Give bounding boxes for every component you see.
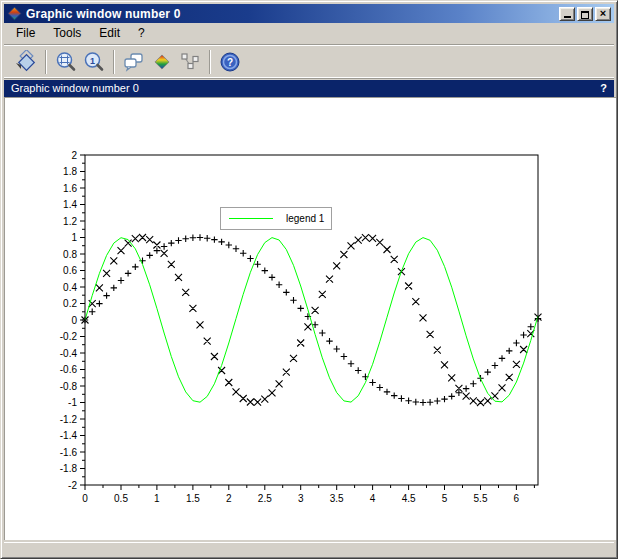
- svg-text:0.8: 0.8: [63, 249, 77, 260]
- svg-text:2: 2: [71, 150, 77, 161]
- window-controls: ×: [559, 7, 611, 21]
- legend-line-sample: [229, 218, 273, 219]
- datatip-button[interactable]: [176, 48, 204, 76]
- zoom-reset-icon: 1: [82, 50, 106, 74]
- title-bar[interactable]: Graphic window number 0 ×: [4, 4, 614, 23]
- toolbar-separator: [45, 50, 47, 74]
- svg-text:1.2: 1.2: [63, 216, 77, 227]
- close-icon: ×: [600, 7, 606, 20]
- svg-text:3: 3: [298, 493, 304, 504]
- scilab-app-icon: [7, 6, 22, 21]
- svg-text:3.5: 3.5: [330, 493, 344, 504]
- info-bar: Graphic window number 0 ?: [4, 80, 614, 97]
- svg-text:-2: -2: [68, 480, 77, 491]
- svg-text:-0.8: -0.8: [60, 381, 78, 392]
- svg-text:-0.6: -0.6: [60, 364, 78, 375]
- help-icon: ?: [218, 50, 242, 74]
- svg-text:1.4: 1.4: [63, 199, 77, 210]
- graphic-window: Graphic window number 0 × File Tools Edi…: [0, 0, 618, 559]
- svg-text:1: 1: [154, 493, 160, 504]
- svg-text:-0.4: -0.4: [60, 348, 78, 359]
- zoom-reset-button[interactable]: 1: [80, 48, 108, 76]
- svg-text:-1.4: -1.4: [60, 430, 78, 441]
- zoom-area-button[interactable]: [52, 48, 80, 76]
- svg-text:5.5: 5.5: [474, 493, 488, 504]
- svg-text:6: 6: [514, 493, 520, 504]
- svg-text:2.5: 2.5: [258, 493, 272, 504]
- close-button[interactable]: ×: [595, 7, 611, 21]
- toolbar: 1: [4, 44, 614, 79]
- toolbar-separator: [113, 50, 115, 74]
- minimize-icon: [564, 16, 571, 18]
- svg-text:1.8: 1.8: [63, 166, 77, 177]
- menu-edit[interactable]: Edit: [93, 24, 126, 42]
- ged-dialog-icon: [122, 50, 146, 74]
- legend-label: legend 1: [286, 213, 324, 224]
- svg-text:1: 1: [71, 232, 77, 243]
- menu-bar: File Tools Edit ?: [4, 23, 614, 43]
- svg-text:2: 2: [226, 493, 232, 504]
- minimize-button[interactable]: [559, 7, 575, 21]
- toolbar-separator: [209, 50, 211, 74]
- svg-text:-1.6: -1.6: [60, 447, 78, 458]
- svg-text:4: 4: [370, 493, 376, 504]
- colormap-button[interactable]: [148, 48, 176, 76]
- svg-text:-1.8: -1.8: [60, 463, 78, 474]
- svg-text:0.6: 0.6: [63, 265, 77, 276]
- svg-text:0.5: 0.5: [114, 493, 128, 504]
- menu-file[interactable]: File: [10, 24, 41, 42]
- help-button[interactable]: ?: [216, 48, 244, 76]
- svg-text:-1.2: -1.2: [60, 414, 78, 425]
- datatip-icon: [178, 50, 202, 74]
- infobar-text: Graphic window number 0: [11, 80, 139, 97]
- svg-text:5: 5: [442, 493, 448, 504]
- rotate-button[interactable]: [12, 48, 40, 76]
- status-bar: [4, 542, 614, 557]
- legend-box: legend 1: [220, 207, 332, 230]
- infobar-help[interactable]: ?: [600, 80, 607, 97]
- svg-text:0.4: 0.4: [63, 282, 77, 293]
- menu-help[interactable]: ?: [132, 24, 151, 42]
- svg-text:-1: -1: [68, 397, 77, 408]
- svg-text:-0.2: -0.2: [60, 331, 78, 342]
- svg-text:0: 0: [82, 493, 88, 504]
- zoom-area-icon: [54, 50, 78, 74]
- svg-text:4.5: 4.5: [402, 493, 416, 504]
- svg-text:1.5: 1.5: [186, 493, 200, 504]
- rotate-icon: [14, 50, 38, 74]
- svg-text:?: ?: [227, 57, 233, 68]
- colormap-icon: [150, 50, 174, 74]
- svg-text:0.2: 0.2: [63, 298, 77, 309]
- svg-text:1.6: 1.6: [63, 183, 77, 194]
- maximize-icon: [581, 11, 589, 19]
- svg-text:0: 0: [71, 315, 77, 326]
- maximize-button[interactable]: [577, 7, 593, 21]
- svg-text:1: 1: [90, 55, 95, 65]
- plot-canvas[interactable]: 00.511.522.533.544.555.5621.81.61.41.210…: [4, 97, 616, 540]
- plot-axes: 00.511.522.533.544.555.5621.81.61.41.210…: [4, 97, 616, 540]
- window-title: Graphic window number 0: [26, 7, 559, 21]
- ged-dialog-button[interactable]: [120, 48, 148, 76]
- menu-tools[interactable]: Tools: [47, 24, 87, 42]
